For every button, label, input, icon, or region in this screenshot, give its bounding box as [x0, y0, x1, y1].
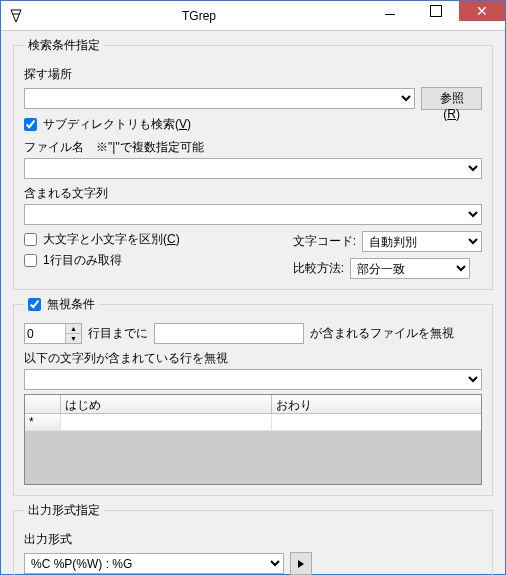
charcode-select[interactable]: 自動判別: [362, 231, 482, 252]
minimize-button[interactable]: [367, 1, 413, 21]
row-marker: *: [25, 414, 61, 430]
ignore-grid[interactable]: はじめ おわり *: [24, 394, 482, 485]
compare-label: 比較方法:: [293, 260, 344, 277]
filename-combo[interactable]: [24, 158, 482, 179]
app-icon: [1, 1, 31, 31]
maximize-button[interactable]: [413, 1, 459, 21]
format-combo[interactable]: %C %P(%W) : %G: [24, 553, 284, 574]
grid-header-blank: [25, 395, 61, 413]
titlebar: TGrep ✕: [1, 1, 505, 31]
place-combo[interactable]: [24, 88, 415, 109]
ignore-pattern-input[interactable]: [154, 323, 304, 344]
place-label: 探す場所: [24, 66, 482, 83]
charcode-label: 文字コード:: [293, 233, 356, 250]
lines-suffix: 行目までに: [88, 325, 148, 342]
filename-label: ファイル名 ※"|"で複数指定可能: [24, 139, 482, 156]
subdir-checkbox[interactable]: サブディレクトリも検索(V): [24, 116, 482, 133]
ignore-rows-combo[interactable]: [24, 369, 482, 390]
grid-header-end: おわり: [272, 395, 482, 413]
format-apply-button[interactable]: [290, 552, 312, 575]
pattern-suffix: が含まれるファイルを無視: [310, 325, 454, 342]
grid-header-start: はじめ: [61, 395, 272, 413]
lines-spinner[interactable]: ▲▼: [24, 323, 82, 344]
search-legend: 検索条件指定: [24, 37, 104, 54]
spin-down-icon[interactable]: ▼: [65, 334, 81, 343]
output-legend: 出力形式指定: [24, 502, 104, 519]
spin-up-icon[interactable]: ▲: [65, 324, 81, 334]
format-label: 出力形式: [24, 531, 482, 548]
close-window-button[interactable]: ✕: [459, 1, 505, 21]
case-checkbox[interactable]: 大文字と小文字を区別(C): [24, 231, 275, 248]
search-conditions-group: 検索条件指定 探す場所 参照(R) サブディレクトリも検索(V) ファイル名 ※…: [13, 37, 493, 290]
table-row[interactable]: *: [25, 414, 481, 431]
ignore-enable-checkbox[interactable]: 無視条件: [28, 296, 95, 313]
browse-button[interactable]: 参照(R): [421, 87, 482, 110]
contains-combo[interactable]: [24, 204, 482, 225]
ignore-rows-label: 以下の文字列が含まれている行を無視: [24, 350, 482, 367]
contains-label: 含まれる文字列: [24, 185, 482, 202]
app-window: TGrep ✕ 検索条件指定 探す場所 参照(R) サブディレクトリも検索(V)…: [0, 0, 506, 575]
compare-select[interactable]: 部分一致: [350, 258, 470, 279]
ignore-conditions-group: 無視条件 ▲▼ 行目までに が含まれるファイルを無視 以下の文字列が含まれている…: [13, 296, 493, 496]
window-title: TGrep: [31, 9, 367, 23]
output-format-group: 出力形式指定 出力形式 %C %P(%W) : %G エラーメッセージをスキップ…: [13, 502, 493, 575]
firstline-checkbox[interactable]: 1行目のみ取得: [24, 252, 275, 269]
